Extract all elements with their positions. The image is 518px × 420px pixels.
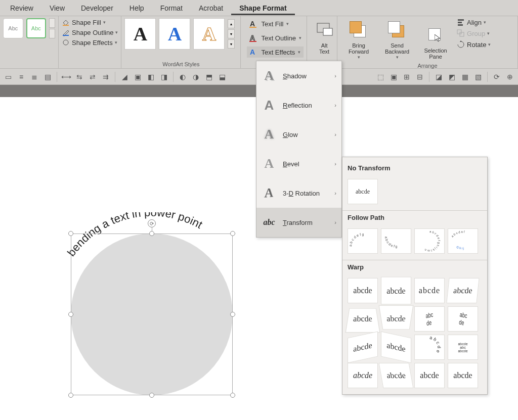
resize-handle[interactable] (68, 393, 73, 398)
resize-handle[interactable] (230, 393, 235, 398)
follow-path-arch-up[interactable]: a b c d e f g (348, 228, 378, 254)
qat-icon[interactable]: ⇆ (73, 71, 85, 83)
warp-thumb[interactable]: abcde (348, 332, 378, 363)
qat-icon[interactable]: ◩ (446, 71, 458, 83)
fx-reflection[interactable]: A Reflection› (256, 90, 341, 120)
rotate-button[interactable]: Rotate▾ (457, 40, 491, 49)
group-arrange: Bring Forward▾ Send Backward▾ Selection … (337, 16, 518, 68)
menu-help[interactable]: Help (121, 1, 152, 15)
wordart-style-3[interactable]: A (193, 18, 225, 50)
qat-icon[interactable]: ◧ (145, 71, 157, 83)
qat-icon[interactable]: ⊟ (414, 71, 426, 83)
bring-forward-button[interactable]: Bring Forward▾ (340, 18, 377, 62)
warp-thumb[interactable]: abcdeabcabcde (448, 335, 478, 360)
warp-thumb[interactable]: abcde (381, 277, 411, 305)
selection-pane-button[interactable]: Selection Pane (417, 18, 454, 62)
send-backward-button[interactable]: Send Backward▾ (379, 18, 415, 62)
warp-thumb[interactable]: abcde (379, 363, 414, 388)
text-effects-menu: A Shadow› A Reflection› A Glow› A Bevel›… (256, 61, 342, 238)
warp-thumb[interactable]: abcde (448, 306, 478, 332)
shape-effects-button[interactable]: Shape Effects▾ (62, 38, 118, 46)
text-fill-button[interactable]: AText Fill▾ (247, 18, 304, 29)
rotate-handle[interactable]: ⟳ (148, 219, 156, 227)
shape-outline-button[interactable]: Shape Outline▾ (62, 28, 118, 36)
group-icon (457, 29, 465, 37)
follow-path-arch-down[interactable]: a b c d e f g (381, 228, 411, 254)
transform-none[interactable]: abcde (348, 179, 378, 204)
qat-icon[interactable]: ⬓ (216, 71, 228, 83)
follow-path-button[interactable]: a b c d e fG h i j (448, 228, 478, 254)
qat-icon[interactable]: ▣ (132, 71, 144, 83)
qat-icon[interactable]: ▭ (2, 71, 14, 83)
warp-thumb[interactable]: abcde (381, 332, 411, 363)
warp-thumb[interactable]: abcde (379, 305, 414, 330)
menu-format[interactable]: Format (152, 1, 191, 15)
menu-shape-format[interactable]: Shape Format (231, 1, 294, 15)
qat-icon[interactable]: ⟷ (60, 71, 72, 83)
fx-3d-rotation[interactable]: A 3-D Rotation› (256, 178, 341, 208)
wordart-style-2[interactable]: A (159, 18, 190, 50)
warp-thumb[interactable]: abcde (348, 278, 378, 303)
warp-thumb[interactable]: abcde (346, 308, 380, 333)
wordart-style-1[interactable]: A (124, 18, 156, 50)
qat-icon[interactable]: ◢ (118, 71, 131, 83)
align-button[interactable]: Align▾ (457, 18, 491, 26)
resize-handle[interactable] (149, 231, 154, 236)
qat-icon[interactable]: ▤ (41, 71, 54, 83)
qat-icon[interactable]: ◐ (177, 71, 189, 83)
follow-path-circle[interactable]: a b c d e f g h i j k l m n (414, 228, 445, 254)
qat-icon[interactable]: ⬒ (203, 71, 215, 83)
warp-thumb[interactable]: abcde (414, 306, 445, 332)
qat-icon[interactable]: ≣ (28, 71, 40, 83)
warp-thumb[interactable]: abcde (446, 278, 479, 303)
menu-review[interactable]: Review (2, 1, 41, 15)
wordart-more[interactable]: ▾ (228, 39, 235, 49)
menu-view[interactable]: View (41, 1, 73, 15)
wordart-scroll-up[interactable]: ▴ (228, 19, 235, 28)
text-outline-button[interactable]: AText Outline▾ (247, 32, 304, 43)
qat-icon[interactable]: ⇄ (87, 71, 99, 83)
qat-icon[interactable]: ▣ (387, 71, 400, 83)
resize-handle[interactable] (230, 312, 235, 317)
shape-style-thumb[interactable]: Abc (3, 18, 23, 38)
qat-icon[interactable]: ⟳ (491, 71, 503, 83)
warp-thumb[interactable]: a b c d e (414, 335, 445, 360)
qat-icon[interactable]: ▦ (459, 71, 471, 83)
shape-style-thumb-selected[interactable]: Abc (26, 18, 47, 38)
resize-handle[interactable] (68, 312, 73, 317)
resize-handle[interactable] (230, 231, 235, 236)
qat-icon[interactable]: ▧ (472, 71, 484, 83)
svg-rect-11 (458, 22, 462, 23)
warp-thumb[interactable]: abcde (448, 363, 478, 388)
qat-icon[interactable]: ◑ (190, 71, 202, 83)
fx-transform[interactable]: abc Transform› (256, 208, 341, 237)
svg-text:A: A (250, 20, 255, 28)
text-effects-button[interactable]: AText Effects▾ (247, 46, 304, 58)
shape-fill-button[interactable]: Shape Fill▾ (62, 18, 118, 26)
qat-icon[interactable]: ◪ (433, 71, 445, 83)
selected-shape[interactable]: ⟳ (71, 234, 233, 395)
menu-developer[interactable]: Developer (73, 1, 121, 15)
svg-text:a b c d e: a b c d e (429, 336, 442, 354)
warp-thumb[interactable]: abcde (348, 363, 378, 388)
fx-glow[interactable]: A Glow› (256, 120, 341, 149)
qat-icon[interactable]: ≡ (15, 71, 27, 83)
warp-thumb[interactable]: abcde (414, 363, 445, 388)
qat-icon[interactable]: ⊞ (401, 71, 413, 83)
qat-icon[interactable]: ⬚ (374, 71, 386, 83)
fx-bevel[interactable]: A Bevel› (256, 149, 341, 178)
qat-icon[interactable]: ⇉ (100, 71, 112, 83)
qat-icon[interactable]: ⊕ (504, 71, 516, 83)
warp-thumb[interactable]: abcde (414, 278, 445, 303)
resize-handle[interactable] (149, 393, 154, 398)
menu-acrobat[interactable]: Acrobat (191, 1, 231, 15)
resize-handle[interactable] (68, 231, 73, 236)
qat-icon[interactable]: ◨ (158, 71, 170, 83)
svg-text:A: A (250, 34, 255, 42)
alt-text-button[interactable]: Alt Text (310, 18, 338, 57)
group-button[interactable]: Group▾ (457, 29, 491, 37)
alt-text-icon (315, 20, 333, 38)
wordart-scroll-down[interactable]: ▾ (228, 29, 235, 38)
svg-rect-6 (249, 41, 256, 42)
fx-shadow[interactable]: A Shadow› (256, 61, 341, 90)
